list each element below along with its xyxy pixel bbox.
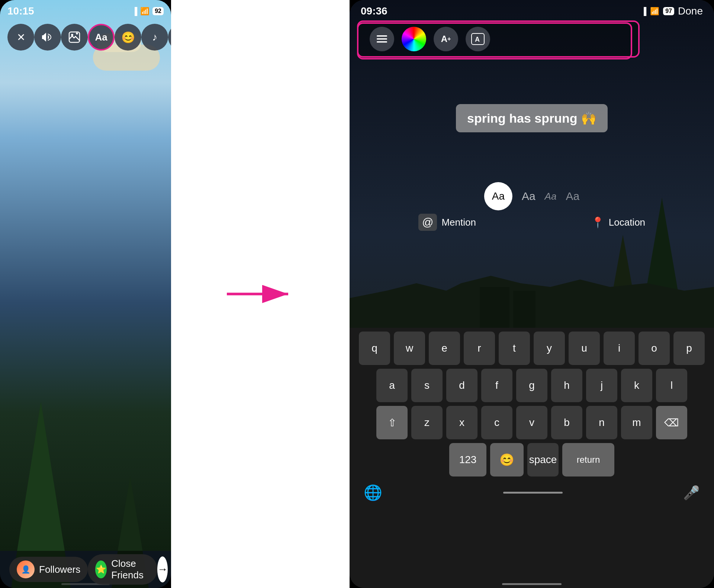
status-icons-left: ▐ 📶 92 (132, 7, 164, 16)
key-t[interactable]: t (499, 332, 530, 365)
key-b[interactable]: b (551, 406, 582, 439)
status-time-left: 10:15 (7, 5, 34, 17)
location-button[interactable]: 📍 Location (591, 216, 645, 229)
status-right-icons: ▐ 📶 97 Done (641, 5, 703, 17)
arrow-right (223, 283, 298, 305)
close-friends-button[interactable]: ⭐ Close Friends (88, 554, 157, 585)
key-l[interactable]: l (656, 369, 687, 402)
shift-key[interactable]: ⇧ (376, 406, 408, 439)
close-button[interactable]: ✕ (7, 24, 34, 51)
key-h[interactable]: h (551, 369, 582, 402)
text-style-button[interactable]: A+ (434, 27, 458, 51)
key-w[interactable]: w (394, 332, 425, 365)
key-u[interactable]: u (569, 332, 600, 365)
wifi-icon: 📶 (140, 7, 149, 16)
key-y[interactable]: y (534, 332, 565, 365)
key-f[interactable]: f (481, 369, 512, 402)
status-bar-right: 09:36 ▐ 📶 97 Done (350, 0, 714, 19)
battery-badge-right: 97 (663, 7, 674, 15)
right-phone-screen: 09:36 ▐ 📶 97 Done A+ (350, 0, 714, 588)
battery-badge: 92 (152, 7, 164, 15)
followers-button[interactable]: 👤 Followers (9, 557, 88, 582)
signal-icon: ▐ (132, 7, 137, 16)
key-i[interactable]: i (604, 332, 635, 365)
key-s[interactable]: s (411, 369, 443, 402)
more-button[interactable]: ••• (168, 24, 171, 51)
bottom-bar-left: 👤 Followers ⭐ Close Friends → (0, 551, 171, 588)
status-time-right: 09:36 (361, 5, 387, 17)
wifi-icon-right: 📶 (650, 7, 659, 16)
svg-rect-5 (480, 287, 509, 328)
keyboard-row-1: q w e r t y u i o p (353, 332, 711, 365)
key-n[interactable]: n (586, 406, 617, 439)
toolbar-left: ✕ Aa 😊 ♪ ••• (0, 20, 171, 54)
key-k[interactable]: k (621, 369, 652, 402)
key-z[interactable]: z (411, 406, 443, 439)
font-modern-button[interactable]: Aa (522, 190, 536, 203)
next-button[interactable]: → (157, 556, 168, 582)
keyboard-extras-row: 🌐 🎤 (353, 480, 711, 507)
home-indicator-keyboard (503, 492, 563, 494)
toolbar-right: A+ A (357, 20, 640, 58)
numbers-key[interactable]: 123 (449, 443, 486, 476)
key-e[interactable]: e (429, 332, 460, 365)
key-r[interactable]: r (464, 332, 495, 365)
mention-label: Mention (441, 217, 476, 228)
space-key[interactable]: space (527, 443, 559, 476)
mention-location-row: @ Mention 📍 Location (350, 214, 714, 231)
middle-panel (171, 0, 350, 588)
music-button[interactable]: ♪ (141, 24, 168, 51)
left-phone-panel: 10:15 ▐ 📶 92 ✕ (0, 0, 171, 588)
svg-rect-8 (377, 38, 387, 40)
story-text-box[interactable]: spring has sprung 🙌 (456, 104, 608, 132)
key-o[interactable]: o (639, 332, 670, 365)
keyboard-row-2: a s d f g h j k l (353, 369, 711, 402)
mention-icon: @ (418, 214, 437, 231)
location-icon: 📍 (591, 216, 604, 229)
svg-text:A: A (475, 36, 480, 43)
font-typewriter-button[interactable]: Aa (545, 191, 557, 202)
key-c[interactable]: c (481, 406, 512, 439)
emoji-key[interactable]: 😊 (490, 443, 524, 476)
font-bold-button[interactable]: Aa (566, 190, 579, 203)
return-key[interactable]: return (562, 443, 614, 476)
gallery-button[interactable] (61, 24, 88, 51)
story-text-content: spring has sprung 🙌 (467, 111, 596, 125)
left-phone-screen: 10:15 ▐ 📶 92 ✕ (0, 0, 171, 588)
key-p[interactable]: p (673, 332, 705, 365)
key-x[interactable]: x (446, 406, 477, 439)
key-j[interactable]: j (586, 369, 617, 402)
star-icon: ⭐ (95, 560, 107, 578)
font-selector: Aa Aa Aa Aa (484, 182, 579, 210)
key-a[interactable]: a (376, 369, 408, 402)
home-indicator-right (502, 583, 562, 585)
signal-icon-right: ▐ (641, 7, 646, 16)
sound-button[interactable] (34, 24, 61, 51)
right-phone-panel: 09:36 ▐ 📶 97 Done A+ (350, 0, 714, 588)
keyboard: q w e r t y u i o p a s d f g h j k (350, 328, 714, 588)
key-m[interactable]: m (621, 406, 652, 439)
key-q[interactable]: q (359, 332, 390, 365)
status-bar-left: 10:15 ▐ 📶 92 (0, 0, 171, 19)
buildings (350, 253, 714, 328)
key-g[interactable]: g (516, 369, 547, 402)
location-label: Location (609, 217, 645, 228)
font-classic-button[interactable]: Aa (484, 182, 512, 210)
keyboard-row-3: ⇧ z x c v b n m ⌫ (353, 406, 711, 439)
key-d[interactable]: d (446, 369, 477, 402)
avatar-icon: 👤 (17, 560, 35, 578)
svg-rect-7 (377, 35, 387, 37)
text-bg-button[interactable]: A (466, 27, 490, 51)
globe-key[interactable]: 🌐 (364, 484, 382, 501)
mention-button[interactable]: @ Mention (418, 214, 476, 231)
done-button[interactable]: Done (678, 5, 703, 17)
delete-key[interactable]: ⌫ (656, 406, 687, 439)
align-button[interactable] (370, 27, 394, 51)
color-wheel-button[interactable] (402, 27, 426, 51)
key-v[interactable]: v (516, 406, 547, 439)
close-friends-label: Close Friends (111, 558, 150, 581)
text-button[interactable]: Aa (88, 24, 115, 51)
sticker-button[interactable]: 😊 (115, 24, 141, 51)
mic-key[interactable]: 🎤 (683, 485, 700, 501)
svg-rect-6 (513, 291, 536, 328)
